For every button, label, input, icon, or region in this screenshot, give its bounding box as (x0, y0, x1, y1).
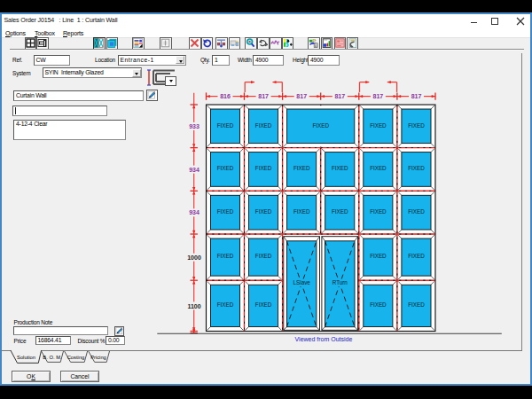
svg-text:FIXED: FIXED (255, 122, 272, 129)
svg-text:FIXED: FIXED (408, 122, 425, 129)
svg-text:FIXED: FIXED (255, 208, 272, 215)
svg-text:Costing: Costing (67, 355, 85, 360)
svg-text:FIXED: FIXED (370, 301, 387, 308)
svg-text:816: 816 (220, 93, 231, 99)
svg-text:933: 933 (189, 123, 200, 129)
svg-text:FIXED: FIXED (217, 253, 234, 259)
svg-text:934: 934 (189, 167, 200, 173)
svg-text:1100: 1100 (187, 303, 200, 309)
svg-text:B. O. M.: B. O. M. (43, 355, 62, 360)
svg-text:FIXED: FIXED (332, 208, 348, 215)
svg-text:RTurn: RTurn (332, 279, 348, 286)
svg-text:1000: 1000 (187, 254, 201, 261)
svg-text:FIXED: FIXED (255, 301, 272, 308)
svg-text:817: 817 (411, 93, 422, 99)
svg-text:FIXED: FIXED (217, 122, 234, 129)
svg-text:817: 817 (258, 93, 269, 99)
svg-text:FIXED: FIXED (408, 253, 425, 259)
svg-text:FIXED: FIXED (370, 208, 387, 215)
svg-text:FIXED: FIXED (408, 208, 425, 215)
svg-text:FIXED: FIXED (255, 165, 272, 171)
svg-text:Viewed from Outside: Viewed from Outside (295, 336, 353, 342)
svg-text:FIXED: FIXED (217, 165, 234, 171)
svg-text:LSlave: LSlave (293, 279, 311, 286)
svg-text:FIXED: FIXED (293, 208, 310, 215)
svg-text:Solution: Solution (17, 355, 35, 360)
svg-text:817: 817 (296, 93, 307, 99)
svg-text:FIXED: FIXED (370, 253, 387, 259)
svg-text:934: 934 (189, 209, 200, 215)
svg-text:FIXED: FIXED (408, 165, 425, 171)
svg-text:FIXED: FIXED (332, 165, 348, 171)
svg-text:FIXED: FIXED (293, 165, 310, 171)
svg-text:FIXED: FIXED (312, 122, 329, 129)
svg-text:FIXED: FIXED (408, 301, 425, 308)
svg-text:FIXED: FIXED (217, 301, 234, 308)
svg-text:FIXED: FIXED (370, 122, 387, 129)
svg-text:817: 817 (334, 93, 345, 99)
svg-text:FIXED: FIXED (217, 208, 234, 215)
svg-text:FIXED: FIXED (255, 253, 272, 259)
svg-text:817: 817 (373, 93, 384, 99)
svg-text:FIXED: FIXED (370, 165, 387, 171)
svg-text:Pricing: Pricing (90, 355, 106, 360)
